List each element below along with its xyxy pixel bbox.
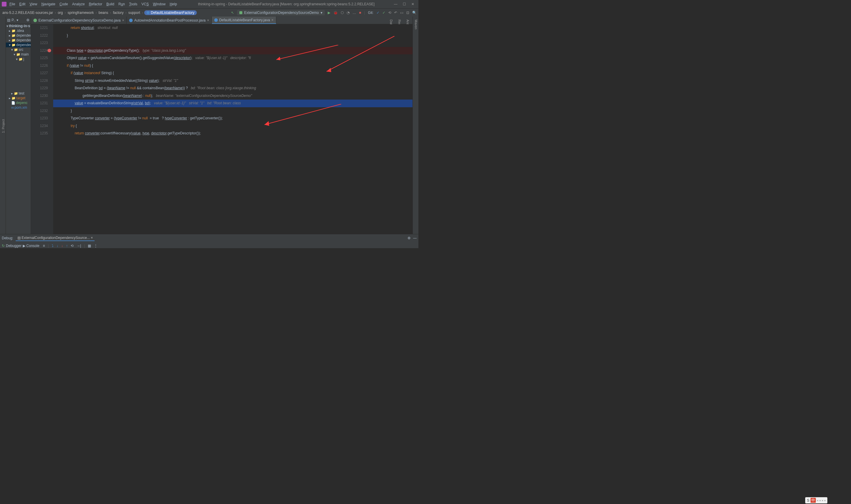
- window-title: thinking-in-spring - DefaultListableBean…: [180, 2, 393, 6]
- java-class-icon: [33, 19, 37, 22]
- layout-icon[interactable]: ≡: [43, 244, 45, 248]
- git-update-icon[interactable]: ✓: [377, 11, 379, 15]
- tree-node[interactable]: m pom.xm: [6, 105, 31, 110]
- menu-run[interactable]: Run: [117, 1, 127, 7]
- debug-label: Debug:: [2, 236, 13, 240]
- titlebar: FFileile Edit View Navigate Code Analyze…: [0, 0, 418, 8]
- tree-node[interactable]: ▸ 📁 .idea: [6, 29, 31, 33]
- hide-icon[interactable]: —: [413, 236, 417, 240]
- trace-icon[interactable]: ⋮: [94, 244, 97, 248]
- breadcrumb-seg[interactable]: beans: [98, 11, 109, 15]
- run-config-selector[interactable]: ExternalConfigurationDependencySourceDem…: [237, 10, 325, 15]
- menu-help[interactable]: Help: [168, 1, 179, 7]
- menu-code[interactable]: Code: [58, 1, 70, 7]
- console-tab[interactable]: ▶ Console: [23, 244, 39, 248]
- tree-node[interactable]: 📄 depenc: [6, 101, 31, 105]
- tree-root[interactable]: ▾ thinking-in-s: [6, 24, 31, 29]
- editor-tabs: ExternalConfigurationDependencySourceDem…: [31, 17, 413, 24]
- rerun-icon[interactable]: ↻: [2, 244, 5, 248]
- minimize-button[interactable]: —: [394, 2, 397, 6]
- run-to-cursor-icon[interactable]: →|: [76, 244, 81, 248]
- debugger-tab[interactable]: Debugger: [6, 244, 22, 248]
- breadcrumb-seg[interactable]: springframework: [67, 11, 94, 15]
- breadcrumb-file[interactable]: DefaultListableBeanFactory: [144, 10, 197, 15]
- force-step-icon[interactable]: ↓: [61, 244, 63, 248]
- coverage-icon[interactable]: ⬡: [341, 11, 344, 15]
- profile-icon[interactable]: ◔: [347, 11, 349, 15]
- more-icon[interactable]: ▭: [400, 11, 403, 15]
- tree-node[interactable]: ▸ 📁 dependen: [6, 33, 31, 38]
- maximize-button[interactable]: ☐: [403, 2, 406, 6]
- tree-node[interactable]: ▾ 📁 main: [6, 52, 31, 57]
- tree-node[interactable]: ▸ 📁 target: [6, 96, 31, 101]
- menu-view[interactable]: View: [28, 1, 39, 7]
- editor-tab[interactable]: DefaultListableBeanFactory.java×: [212, 17, 276, 24]
- debug-icon[interactable]: 🐞: [333, 11, 338, 15]
- right-tool-stripe: Maven Ant RestfulTool Database: [413, 17, 418, 234]
- project-tree-header: ▤ P..▾ ⚙: [6, 17, 31, 24]
- close-tab-icon[interactable]: ×: [122, 18, 124, 22]
- menu-refactor[interactable]: Refactor: [87, 1, 104, 7]
- menu-analyze[interactable]: Analyze: [70, 1, 87, 7]
- tree-node[interactable]: ▾ 📁 dependen: [6, 42, 31, 47]
- menu-edit[interactable]: Edit: [17, 1, 27, 7]
- ide-logo-icon: [2, 2, 6, 6]
- git-revert-icon[interactable]: ↶: [394, 11, 397, 15]
- evaluate-icon[interactable]: ▦: [88, 244, 91, 248]
- git-history-icon[interactable]: ⟲: [388, 11, 391, 15]
- window-buttons: — ☐ ✕: [394, 2, 417, 6]
- editor-tab[interactable]: ExternalConfigurationDependencySourceDem…: [31, 17, 127, 24]
- maven-tool-button[interactable]: Maven: [414, 18, 418, 234]
- reload-icon[interactable]: ↖: [231, 11, 234, 15]
- menu-window[interactable]: Window: [151, 1, 167, 7]
- close-tab-icon[interactable]: ×: [272, 18, 274, 22]
- editor-tab[interactable]: AutowiredAnnotationBeanPostProcessor.jav…: [127, 17, 212, 24]
- breadcrumb-seg[interactable]: factory: [112, 11, 124, 15]
- project-tool-button[interactable]: 1: Project: [1, 18, 6, 234]
- tree-node[interactable]: ▸ 📁 dependen: [6, 38, 31, 42]
- gear-icon[interactable]: ⚙: [26, 18, 30, 22]
- git-label: Git:: [368, 11, 374, 15]
- search-icon[interactable]: 🔍: [412, 11, 417, 15]
- build-icon[interactable]: ⊡: [406, 11, 409, 15]
- debug-tool-window: Debug: ▤ ExternalConfigurationDependency…: [0, 234, 418, 248]
- menu-tools[interactable]: Tools: [127, 1, 139, 7]
- menu-file[interactable]: FFileile: [8, 1, 17, 7]
- git-commit-icon[interactable]: ✓: [382, 11, 385, 15]
- drop-frame-icon[interactable]: ⟲: [71, 244, 74, 248]
- attach-icon[interactable]: …: [352, 11, 356, 15]
- main-menu: FFileile Edit View Navigate Code Analyze…: [8, 1, 179, 7]
- debug-config-tab[interactable]: ▤ ExternalConfigurationDependencySource.…: [16, 235, 95, 241]
- menu-build[interactable]: Build: [105, 1, 116, 7]
- breadcrumb-seg[interactable]: support: [128, 11, 141, 15]
- step-out-icon[interactable]: ↑: [66, 244, 68, 248]
- close-tab-icon[interactable]: ×: [207, 18, 209, 22]
- run-icon[interactable]: ▶: [328, 11, 330, 15]
- gear-icon[interactable]: ⚙: [408, 236, 411, 240]
- tree-node[interactable]: ▾ 📁 j: [6, 57, 31, 61]
- tree-node[interactable]: ▸ 📁 test: [6, 91, 31, 96]
- code-editor[interactable]: 1221122212231224122512261227122812291230…: [31, 24, 413, 234]
- close-button[interactable]: ✕: [411, 2, 414, 6]
- step-over-icon[interactable]: ⤵: [52, 244, 53, 248]
- breadcrumb-seg[interactable]: ans-5.2.2.RELEASE-sources.jar: [2, 11, 53, 15]
- java-class-icon: [129, 19, 133, 22]
- step-into-icon[interactable]: ↓: [56, 244, 58, 248]
- stop-icon[interactable]: ■: [359, 11, 361, 15]
- tree-node[interactable]: ▾ 📁 src: [6, 47, 31, 52]
- menu-navigate[interactable]: Navigate: [40, 1, 57, 7]
- left-tool-stripe: 1: Project 7: Structure Commit 2: Favori…: [0, 17, 6, 234]
- menu-vcs[interactable]: VCS: [140, 1, 151, 7]
- breadcrumb-seg[interactable]: org: [57, 11, 63, 15]
- project-view-icon[interactable]: ▤: [7, 18, 10, 22]
- project-tree: ▤ P..▾ ⚙ ▾ thinking-in-s ▸ 📁 .idea ▸ 📁 d…: [6, 17, 31, 234]
- java-class-icon: [214, 18, 218, 22]
- navigation-bar: ans-5.2.2.RELEASE-sources.jar› org› spri…: [0, 8, 418, 17]
